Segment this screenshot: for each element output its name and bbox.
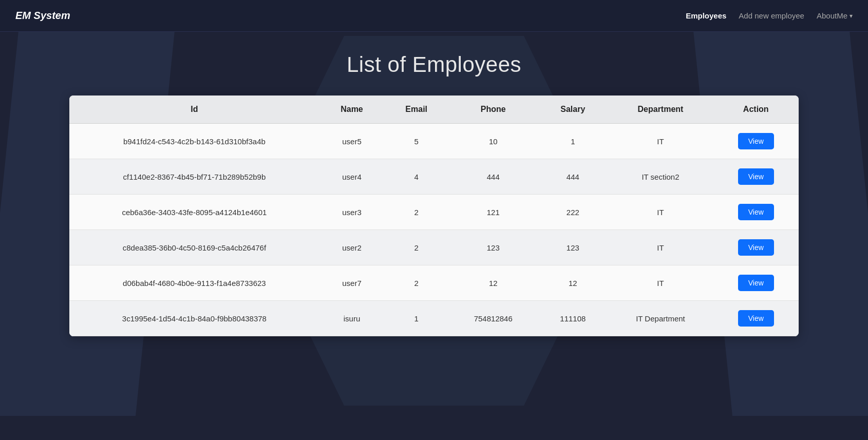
- col-id: Id: [69, 95, 319, 124]
- col-department: Department: [608, 95, 713, 124]
- cell-department: IT: [608, 265, 713, 301]
- cell-department: IT Department: [608, 301, 713, 336]
- cell-department: IT: [608, 195, 713, 230]
- table-header-row: Id Name Email Phone Salary Department Ac…: [69, 95, 799, 124]
- table-row: cf1140e2-8367-4b45-bf71-71b289b52b9buser…: [69, 159, 799, 195]
- brand-logo[interactable]: EM System: [15, 10, 70, 22]
- cell-action: View: [713, 230, 799, 265]
- cell-department: IT: [608, 230, 713, 265]
- col-phone: Phone: [448, 95, 538, 124]
- cell-salary: 222: [538, 195, 608, 230]
- table-row: 3c1995e4-1d54-4c1b-84a0-f9bb80438378isur…: [69, 301, 799, 336]
- col-action: Action: [713, 95, 799, 124]
- page-title: List of Employees: [41, 52, 827, 77]
- table-row: ceb6a36e-3403-43fe-8095-a4124b1e4601user…: [69, 195, 799, 230]
- cell-name: user7: [319, 265, 384, 301]
- cell-action: View: [713, 265, 799, 301]
- cell-id: ceb6a36e-3403-43fe-8095-a4124b1e4601: [69, 195, 319, 230]
- cell-name: isuru: [319, 301, 384, 336]
- chevron-down-icon: ▾: [850, 12, 853, 20]
- cell-salary: 111108: [538, 301, 608, 336]
- cell-email: 4: [384, 159, 448, 195]
- view-button[interactable]: View: [738, 239, 774, 256]
- cell-name: user2: [319, 230, 384, 265]
- cell-id: b941fd24-c543-4c2b-b143-61d310bf3a4b: [69, 124, 319, 159]
- cell-name: user3: [319, 195, 384, 230]
- cell-department: IT: [608, 124, 713, 159]
- cell-phone: 12: [448, 265, 538, 301]
- cell-id: c8dea385-36b0-4c50-8169-c5a4cb26476f: [69, 230, 319, 265]
- cell-id: 3c1995e4-1d54-4c1b-84a0-f9bb80438378: [69, 301, 319, 336]
- cell-phone: 121: [448, 195, 538, 230]
- col-salary: Salary: [538, 95, 608, 124]
- nav-links: Employees Add new employee AboutMe ▾: [686, 11, 853, 20]
- cell-id: d06bab4f-4680-4b0e-9113-f1a4e8733623: [69, 265, 319, 301]
- nav-about-label: AboutMe: [817, 11, 847, 20]
- view-button[interactable]: View: [738, 275, 774, 291]
- cell-action: View: [713, 124, 799, 159]
- view-button[interactable]: View: [738, 133, 774, 149]
- cell-name: user4: [319, 159, 384, 195]
- cell-phone: 444: [448, 159, 538, 195]
- cell-salary: 1: [538, 124, 608, 159]
- navbar: EM System Employees Add new employee Abo…: [0, 0, 868, 32]
- view-button[interactable]: View: [738, 168, 774, 185]
- cell-salary: 123: [538, 230, 608, 265]
- cell-email: 5: [384, 124, 448, 159]
- cell-salary: 444: [538, 159, 608, 195]
- table-row: c8dea385-36b0-4c50-8169-c5a4cb26476fuser…: [69, 230, 799, 265]
- cell-action: View: [713, 195, 799, 230]
- cell-phone: 10: [448, 124, 538, 159]
- nav-about-dropdown[interactable]: AboutMe ▾: [817, 11, 853, 20]
- table-header: Id Name Email Phone Salary Department Ac…: [69, 95, 799, 124]
- cell-id: cf1140e2-8367-4b45-bf71-71b289b52b9b: [69, 159, 319, 195]
- employee-table-container: Id Name Email Phone Salary Department Ac…: [69, 95, 799, 336]
- table-body: b941fd24-c543-4c2b-b143-61d310bf3a4buser…: [69, 124, 799, 336]
- cell-action: View: [713, 159, 799, 195]
- view-button[interactable]: View: [738, 310, 774, 327]
- view-button[interactable]: View: [738, 204, 774, 220]
- nav-employees[interactable]: Employees: [686, 11, 726, 20]
- table-row: d06bab4f-4680-4b0e-9113-f1a4e8733623user…: [69, 265, 799, 301]
- cell-email: 1: [384, 301, 448, 336]
- main-content: List of Employees Id Name Email Phone Sa…: [0, 32, 868, 357]
- employee-table: Id Name Email Phone Salary Department Ac…: [69, 95, 799, 336]
- cell-email: 2: [384, 195, 448, 230]
- cell-email: 2: [384, 230, 448, 265]
- cell-department: IT section2: [608, 159, 713, 195]
- cell-name: user5: [319, 124, 384, 159]
- cell-phone: 754812846: [448, 301, 538, 336]
- col-email: Email: [384, 95, 448, 124]
- nav-add-employee[interactable]: Add new employee: [739, 11, 804, 20]
- cell-salary: 12: [538, 265, 608, 301]
- cell-action: View: [713, 301, 799, 336]
- cell-phone: 123: [448, 230, 538, 265]
- cell-email: 2: [384, 265, 448, 301]
- col-name: Name: [319, 95, 384, 124]
- table-row: b941fd24-c543-4c2b-b143-61d310bf3a4buser…: [69, 124, 799, 159]
